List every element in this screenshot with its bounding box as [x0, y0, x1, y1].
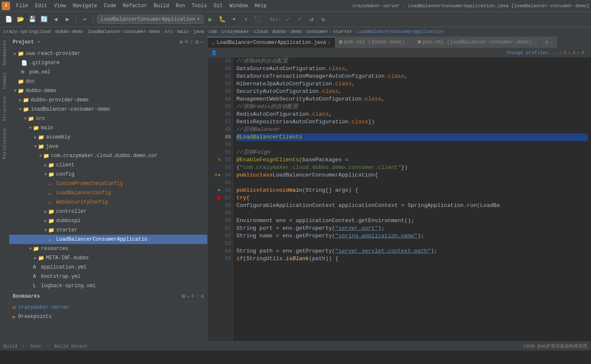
- sync-btn[interactable]: 🔄: [39, 14, 49, 24]
- side-tab-commit[interactable]: Commit: [1, 68, 8, 92]
- bc-2[interactable]: dubbo-demo: [55, 29, 83, 34]
- tab-pom-lb[interactable]: m pom.xml (loadBalancer-consumer-demo) ✕: [414, 37, 541, 48]
- menu-run[interactable]: Run: [172, 2, 188, 10]
- tree-item-application-yml[interactable]: A application.yml: [9, 263, 207, 272]
- tab-close-btn[interactable]: ✕: [534, 40, 536, 45]
- sidebar-close-btn[interactable]: —: [201, 38, 204, 46]
- open-btn[interactable]: 📂: [15, 14, 25, 24]
- status-build-output[interactable]: Build Output: [54, 344, 88, 349]
- tree-item-gitignore[interactable]: 📄 .gitignore: [9, 58, 207, 68]
- tree-item-config[interactable]: ▼ 📁 config: [9, 170, 207, 179]
- tree-item-client[interactable]: ▶ 📁 client: [9, 160, 207, 170]
- tree-item-controller[interactable]: ▶ 📁 controller: [9, 207, 207, 216]
- menu-build[interactable]: Build: [150, 2, 172, 10]
- bookmark-edit-btn[interactable]: ✏: [187, 293, 190, 299]
- tab-close-btn[interactable]: ✕: [407, 40, 409, 45]
- side-tab-persistence[interactable]: Persistence: [1, 125, 8, 163]
- tree-item-assembly[interactable]: ▶ 📁 assembly: [9, 133, 207, 142]
- status-sync[interactable]: Sync: [30, 344, 41, 349]
- git-revert-btn[interactable]: ↻: [318, 14, 328, 24]
- tree-item-starter[interactable]: ▼ 📁 starter: [9, 225, 207, 235]
- code-content[interactable]: //排除db的自动配置 DataSourceAutoConfiguration.…: [233, 57, 591, 341]
- tree-item-resources[interactable]: ▼ 📁 resources: [9, 244, 207, 253]
- run-icon-56[interactable]: ▶: [218, 187, 221, 194]
- sidebar-sort-btn[interactable]: ↕: [190, 38, 193, 46]
- bc-12[interactable]: consumer: [306, 29, 328, 34]
- tree-item-websecurity-config[interactable]: ☕ WebSecurityConfig: [9, 198, 207, 207]
- sidebar-settings-btn[interactable]: ⚙: [195, 38, 198, 46]
- tab-a[interactable]: a ✕: [541, 37, 557, 48]
- tree-item-custom-config[interactable]: ☕ CustomPrometheusConfig: [9, 179, 207, 188]
- bc-4[interactable]: src: [165, 29, 173, 34]
- menu-window[interactable]: Window: [226, 2, 251, 10]
- save-btn[interactable]: 💾: [27, 14, 37, 24]
- sidebar-locate-btn[interactable]: ⊕: [179, 38, 183, 46]
- profile-btn[interactable]: ⚡: [241, 14, 251, 24]
- tree-item-logback[interactable]: L logback-spring.xml: [9, 281, 207, 291]
- menu-help[interactable]: Help: [251, 2, 270, 10]
- sidebar-dropdown-arrow[interactable]: ▾: [37, 39, 40, 45]
- new-file-btn[interactable]: 📄: [3, 14, 14, 24]
- bookmark-list-btn[interactable]: ≡: [191, 293, 194, 299]
- side-tab-structure[interactable]: Structure: [1, 92, 8, 125]
- menu-navigate[interactable]: Navigate: [69, 2, 100, 10]
- tree-item-lb-config[interactable]: ☕ LoadBalancerConfig: [9, 188, 207, 198]
- bc-14[interactable]: LoadBalancerConsumerApplication: [357, 29, 444, 34]
- tree-item-src[interactable]: ▼ 📁 src: [9, 114, 207, 123]
- bookmark-settings-btn[interactable]: ⚙: [201, 293, 204, 299]
- sidebar-collapse-btn[interactable]: ≡: [184, 38, 188, 46]
- run-icon-54[interactable]: ▶: [218, 171, 221, 179]
- bc-6[interactable]: java: [193, 29, 204, 34]
- menu-code[interactable]: Code: [100, 2, 119, 10]
- run-config-selector[interactable]: LoadBalancerConsumerApplication ▾: [97, 15, 203, 24]
- bookmark-breakpoints[interactable]: ▶ Breakpoints: [13, 312, 204, 321]
- menu-edit[interactable]: Edit: [32, 2, 51, 10]
- bc-5[interactable]: main: [177, 29, 188, 34]
- menu-refactor[interactable]: Refactor: [119, 2, 151, 10]
- bookmark-add-btn[interactable]: ⊞: [182, 293, 185, 299]
- side-tab-bookmarks[interactable]: Bookmarks: [1, 36, 8, 68]
- status-build[interactable]: Build: [3, 344, 17, 349]
- tree-item-dubbo-provider[interactable]: ▶ 📁 dubbo-provider-demo: [9, 95, 207, 105]
- tree-item-dubbospi[interactable]: ▶ 📁 dubbospi: [9, 216, 207, 225]
- tree-item-main[interactable]: ▼ 📁 main: [9, 123, 207, 133]
- tab-close-btn[interactable]: ✕: [328, 40, 330, 45]
- bc-13[interactable]: starter: [333, 29, 352, 34]
- change-profiles-link[interactable]: Change profiles...: [506, 50, 556, 55]
- tree-item-dubbo-demo[interactable]: ▼ 📁 dubbo-demo: [9, 86, 207, 95]
- debug-btn[interactable]: 🐛: [217, 14, 227, 24]
- stop-btn[interactable]: ⬛: [252, 14, 263, 24]
- bc-11[interactable]: demo: [290, 29, 301, 34]
- git-check-btn[interactable]: ✓: [283, 14, 293, 24]
- undo-btn[interactable]: ↩: [80, 14, 90, 24]
- forward-btn[interactable]: ▶: [62, 14, 73, 24]
- bc-1[interactable]: crazy-springcloud: [3, 29, 51, 34]
- tab-lb-consumer-app[interactable]: ☕ LoadBalancerConsumerApplication.java ✕: [208, 37, 335, 48]
- bc-7[interactable]: com: [209, 29, 217, 34]
- back-btn[interactable]: ◀: [51, 14, 61, 24]
- bc-9[interactable]: cloud: [254, 29, 268, 34]
- tree-item-com-package[interactable]: ▼ 📁 com.crazymaker.cloud.dubbo.demo.cor: [9, 151, 207, 160]
- tab-pom-dubbo[interactable]: m pom.xml (dubbo-demo) ✕: [335, 37, 414, 48]
- menu-view[interactable]: View: [51, 2, 70, 10]
- menu-tools[interactable]: Tools: [188, 2, 210, 10]
- tree-item-uaa[interactable]: ▶ 📁 uaa-react-provider: [9, 49, 207, 58]
- tree-item-java[interactable]: ▼ 📁 java: [9, 142, 207, 151]
- bookmark-sort-btn[interactable]: ↕: [196, 293, 199, 299]
- menu-git[interactable]: Git: [210, 2, 226, 10]
- tab-close-btn[interactable]: ✕: [550, 40, 552, 45]
- coverage-btn[interactable]: ☂: [229, 14, 239, 24]
- tree-item-bootstrap-yml[interactable]: A bootstrap.yml: [9, 272, 207, 281]
- bc-3[interactable]: loadBalancer-consumer-demo: [87, 29, 160, 34]
- tree-item-lb-consumer-demo[interactable]: ▼ 📁 loadBalancer-consumer-demo: [9, 105, 207, 114]
- bc-8[interactable]: crazymaker: [222, 29, 249, 34]
- tree-item-lb-consumer-app[interactable]: ☕ LoadBalancerConsumerApplicatio: [9, 235, 207, 244]
- git-push-btn[interactable]: ✓: [295, 14, 305, 24]
- tree-item-pom1[interactable]: m pom.xml: [9, 68, 207, 77]
- tree-item-meta-inf[interactable]: ▶ 📁 META-INF.dubbo: [9, 253, 207, 263]
- git-refresh-btn[interactable]: ↺: [306, 14, 317, 24]
- bookmark-server[interactable]: ⊟ crazymaker-server: [13, 303, 204, 312]
- bc-10[interactable]: dubbo: [272, 29, 286, 34]
- breakpoint-57[interactable]: [217, 196, 221, 200]
- menu-file[interactable]: File: [13, 2, 32, 10]
